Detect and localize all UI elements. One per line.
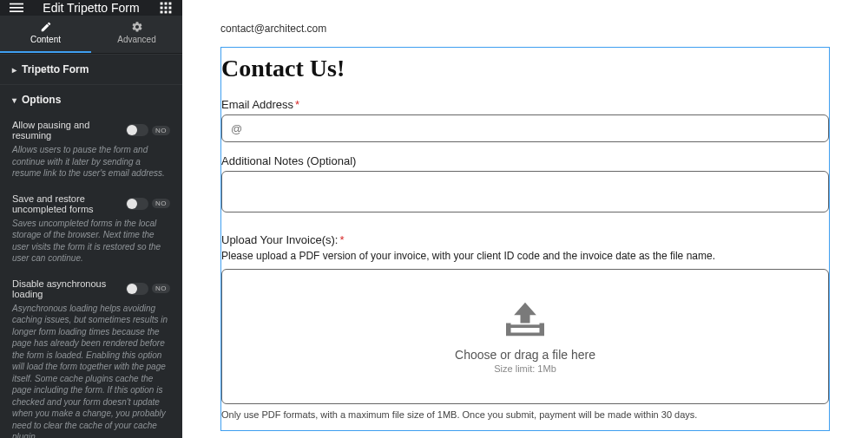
- option-allow-pausing: Allow pausing and resuming NO Allows use…: [0, 114, 182, 188]
- required-star: *: [295, 98, 299, 111]
- toggle-save-restore[interactable]: NO: [126, 198, 170, 210]
- svg-rect-3: [161, 3, 163, 5]
- tab-content[interactable]: Content: [0, 16, 91, 53]
- toggle-badge: NO: [152, 126, 170, 135]
- option-label: Allow pausing and resuming: [12, 120, 126, 141]
- upload-label: Upload Your Invoice(s):*: [221, 233, 829, 246]
- toggle-allow-pausing[interactable]: NO: [126, 124, 170, 136]
- svg-rect-5: [169, 3, 172, 5]
- svg-rect-6: [161, 7, 163, 10]
- option-desc: Saves uncompleted forms in the local sto…: [12, 218, 170, 265]
- section-label: Options: [22, 94, 61, 106]
- option-async-loading: Disable asynchronous loading NO Asynchro…: [0, 273, 182, 439]
- pencil-icon: [40, 21, 52, 33]
- dropzone-main-text: Choose or drag a file here: [455, 348, 595, 362]
- toggle-badge: NO: [152, 284, 170, 293]
- tab-advanced[interactable]: Advanced: [91, 16, 182, 53]
- gear-icon: [131, 21, 143, 33]
- option-save-restore: Save and restore uncompleted forms NO Sa…: [0, 188, 182, 273]
- option-desc: Asynchronous loading helps avoiding cach…: [12, 303, 170, 439]
- sidebar-tabs: Content Advanced: [0, 16, 182, 54]
- upload-help: Please upload a PDF version of your invo…: [221, 250, 829, 262]
- chevron-right-icon: ▸: [12, 65, 16, 75]
- section-label: Tripetto Form: [22, 63, 89, 75]
- svg-rect-10: [165, 11, 168, 14]
- form-canvas: contact@architect.com Contact Us! Email …: [182, 0, 868, 438]
- required-star: *: [339, 233, 344, 246]
- form-selection-outline[interactable]: Contact Us! Email Address* Additional No…: [220, 47, 830, 431]
- top-email-text: contact@architect.com: [220, 23, 830, 35]
- svg-rect-7: [165, 7, 168, 10]
- notes-field[interactable]: [221, 171, 829, 212]
- grid-icon[interactable]: [158, 0, 174, 16]
- svg-rect-1: [10, 7, 23, 9]
- tab-advanced-label: Advanced: [117, 35, 155, 44]
- svg-rect-9: [161, 11, 163, 14]
- sidebar-header: Edit Tripetto Form: [0, 0, 182, 16]
- option-desc: Allows users to pause the form and conti…: [12, 144, 170, 180]
- sidebar-title: Edit Tripetto Form: [24, 1, 158, 15]
- section-options-header[interactable]: ▾Options: [0, 85, 182, 114]
- svg-rect-2: [10, 10, 23, 12]
- notes-label: Additional Notes (Optional): [221, 154, 829, 167]
- svg-rect-11: [169, 11, 172, 14]
- toggle-badge: NO: [152, 199, 170, 208]
- svg-rect-12: [510, 324, 542, 328]
- svg-rect-8: [169, 7, 172, 10]
- email-field[interactable]: [221, 114, 829, 142]
- option-label: Disable asynchronous loading: [12, 278, 126, 299]
- hamburger-icon[interactable]: [9, 0, 24, 16]
- section-options: ▾Options Allow pausing and resuming NO A…: [0, 84, 182, 438]
- upload-footer-text: Only use PDF formats, with a maximum fil…: [221, 409, 829, 420]
- app-root: Edit Tripetto Form Content Advanced ▸Tri…: [0, 0, 868, 438]
- dropzone-sub-text: Size limit: 1Mb: [494, 363, 556, 374]
- form-title: Contact Us!: [221, 55, 829, 82]
- svg-rect-0: [10, 3, 23, 5]
- chevron-down-icon: ▾: [12, 95, 16, 105]
- tab-content-label: Content: [30, 35, 61, 44]
- section-tripetto-form[interactable]: ▸Tripetto Form: [0, 54, 182, 84]
- toggle-async-loading[interactable]: NO: [126, 283, 170, 295]
- file-dropzone[interactable]: Choose or drag a file here Size limit: 1…: [221, 269, 829, 404]
- svg-rect-4: [165, 3, 168, 5]
- upload-tray-icon: [499, 299, 551, 341]
- option-label: Save and restore uncompleted forms: [12, 193, 126, 214]
- editor-sidebar: Edit Tripetto Form Content Advanced ▸Tri…: [0, 0, 182, 438]
- email-label: Email Address*: [221, 98, 829, 111]
